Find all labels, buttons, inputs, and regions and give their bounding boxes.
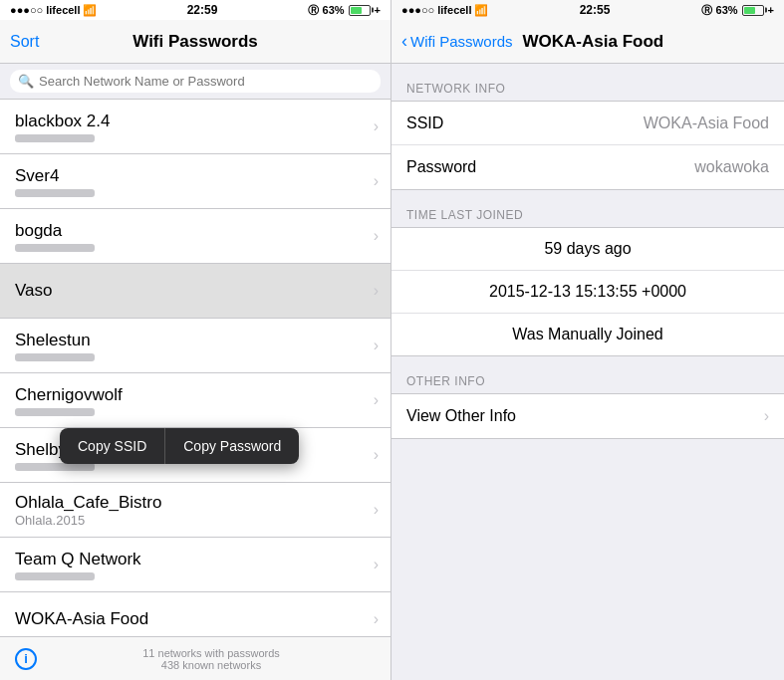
chevron-right-icon: ›: [374, 391, 379, 409]
battery-icon: [742, 5, 764, 16]
chevron-right-icon: ›: [374, 501, 379, 519]
left-status-bar: ●●●○○ lifecell 📶 22:59 Ⓡ 63% +: [0, 0, 391, 20]
network-name: bogda: [15, 221, 376, 241]
lock-icon: Ⓡ: [308, 3, 319, 18]
relative-time-row: 59 days ago: [392, 228, 784, 271]
password-blur: [15, 134, 95, 142]
list-item[interactable]: Team Q Network ›: [0, 538, 391, 592]
carrier-name: lifecell: [437, 4, 471, 16]
list-item[interactable]: WOKA-Asia Food ›: [0, 592, 391, 636]
password-label: Password: [406, 158, 476, 176]
right-status-carrier: ●●●○○ lifecell 📶: [401, 4, 488, 17]
password-value: wokawoka: [694, 158, 769, 176]
list-item[interactable]: Shelestun ›: [0, 319, 391, 373]
copy-password-button[interactable]: Copy Password: [165, 428, 299, 464]
network-name: WOKA-Asia Food: [15, 609, 376, 629]
password-blur: [15, 189, 95, 197]
signal-dots: ●●●○○: [10, 4, 43, 16]
network-list: blackbox 2.4 › Sver4 › bogda › Copy SSID…: [0, 100, 391, 636]
search-bar: 🔍: [0, 64, 391, 100]
join-method-row: Was Manually Joined: [392, 314, 784, 355]
password-row: Password wokawoka: [392, 145, 784, 189]
network-name: Sver4: [15, 166, 376, 186]
right-nav-bar: ‹ Wifi Passwords WOKA-Asia Food: [392, 20, 784, 64]
network-info-body: SSID WOKA-Asia Food Password wokawoka: [392, 101, 784, 190]
charging-icon: +: [375, 4, 381, 16]
chevron-right-icon: ›: [374, 227, 379, 245]
battery-percent: 63%: [716, 4, 738, 16]
left-panel: ●●●○○ lifecell 📶 22:59 Ⓡ 63% + Sort Wifi…: [0, 0, 392, 680]
network-name: Team Q Network: [15, 550, 376, 569]
list-item[interactable]: Sver4 ›: [0, 154, 391, 209]
copy-ssid-button[interactable]: Copy SSID: [60, 428, 164, 464]
network-info-header: NETWORK INFO: [392, 74, 784, 101]
search-input[interactable]: [39, 74, 373, 89]
right-nav-title: WOKA-Asia Food: [523, 32, 664, 52]
network-name: Shelestun: [15, 331, 376, 350]
password-blur: [15, 353, 95, 361]
wifi-icon: 📶: [83, 4, 97, 17]
right-panel: ●●●○○ lifecell 📶 22:55 Ⓡ 63% + ‹ Wifi Pa…: [392, 0, 784, 680]
network-name: blackbox 2.4: [15, 112, 376, 131]
list-item[interactable]: bogda ›: [0, 209, 391, 264]
wifi-icon: 📶: [474, 4, 488, 17]
list-item[interactable]: Ohlala_Cafe_Bistro Ohlala.2015 ›: [0, 483, 391, 538]
chevron-right-icon: ›: [374, 446, 379, 464]
network-name: Vaso: [15, 281, 376, 301]
battery-percent: 63%: [323, 4, 345, 16]
charging-icon: +: [768, 4, 774, 16]
chevron-right-icon: ›: [374, 117, 379, 135]
chevron-right-icon: ›: [374, 282, 379, 300]
bottom-stats: 11 networks with passwords 438 known net…: [47, 647, 376, 671]
right-status-bar: ●●●○○ lifecell 📶 22:55 Ⓡ 63% +: [392, 0, 784, 20]
time-joined-header: TIME LAST JOINED: [392, 200, 784, 227]
other-info-header: OTHER INFO: [392, 366, 784, 393]
view-other-info-row[interactable]: View Other Info ›: [392, 394, 784, 438]
ssid-value: WOKA-Asia Food: [644, 114, 769, 132]
lock-icon: Ⓡ: [701, 3, 712, 18]
chevron-right-icon: ›: [374, 337, 379, 354]
list-item[interactable]: Chernigovwolf ›: [0, 373, 391, 428]
network-name: Chernigovwolf: [15, 385, 376, 405]
chevron-right-icon: ›: [374, 172, 379, 190]
list-item[interactable]: blackbox 2.4 ›: [0, 100, 391, 154]
view-other-label: View Other Info: [406, 407, 516, 425]
other-info-section: OTHER INFO View Other Info ›: [392, 366, 784, 439]
info-button[interactable]: i: [15, 648, 37, 670]
list-item-selected[interactable]: Vaso ›: [0, 264, 391, 319]
chevron-right-icon: ›: [374, 610, 379, 628]
left-status-time: 22:59: [187, 3, 218, 17]
network-name: Ohlala_Cafe_Bistro: [15, 493, 376, 513]
left-nav-title: Wifi Passwords: [132, 32, 258, 52]
right-status-time: 22:55: [580, 3, 611, 17]
time-joined-body: 59 days ago 2015-12-13 15:13:55 +0000 Wa…: [392, 227, 784, 356]
battery-icon: [349, 5, 371, 16]
carrier-name: lifecell: [46, 4, 80, 16]
absolute-time-row: 2015-12-13 15:13:55 +0000: [392, 271, 784, 314]
chevron-right-icon: ›: [374, 556, 379, 573]
back-button[interactable]: ‹ Wifi Passwords: [401, 31, 513, 52]
list-item-bogda-wrapper: bogda › Copy SSID Copy Password: [0, 209, 391, 264]
back-chevron-icon: ‹: [401, 31, 407, 52]
left-status-right: Ⓡ 63% +: [308, 3, 381, 18]
password-blur: [15, 244, 95, 252]
search-icon: 🔍: [18, 74, 34, 89]
network-info-section: NETWORK INFO SSID WOKA-Asia Food Passwor…: [392, 74, 784, 190]
left-nav-bar: Sort Wifi Passwords: [0, 20, 391, 64]
password-blur: [15, 572, 95, 580]
ssid-row: SSID WOKA-Asia Food: [392, 102, 784, 145]
sort-button[interactable]: Sort: [10, 33, 39, 51]
right-status-right: Ⓡ 63% +: [701, 3, 774, 18]
network-sub: Ohlala.2015: [15, 513, 376, 528]
known-networks: 438 known networks: [47, 659, 376, 671]
ssid-label: SSID: [406, 114, 443, 132]
left-status-carrier: ●●●○○ lifecell 📶: [10, 4, 97, 17]
chevron-right-icon: ›: [764, 407, 769, 425]
other-info-body: View Other Info ›: [392, 393, 784, 439]
search-input-wrapper: 🔍: [10, 70, 381, 93]
signal-dots: ●●●○○: [401, 4, 434, 16]
back-label: Wifi Passwords: [410, 33, 513, 50]
password-blur: [15, 408, 95, 416]
bottom-bar: i 11 networks with passwords 438 known n…: [0, 636, 391, 680]
time-last-joined-section: TIME LAST JOINED 59 days ago 2015-12-13 …: [392, 200, 784, 356]
